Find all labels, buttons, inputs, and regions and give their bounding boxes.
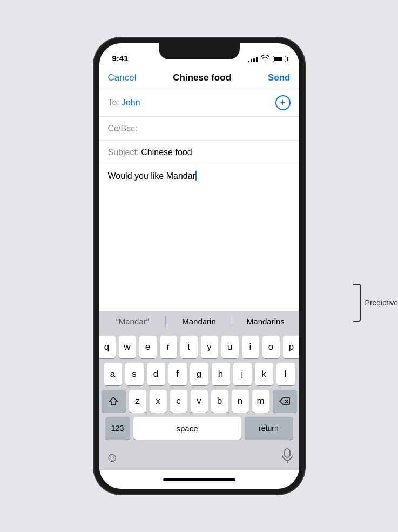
home-bar [163, 478, 235, 481]
cc-bcc-field-row[interactable]: Cc/Bcc: [99, 117, 299, 141]
home-indicator [99, 470, 299, 489]
predictive-item-1[interactable]: Mandarin [166, 311, 232, 331]
svg-rect-0 [285, 449, 290, 457]
emoji-button[interactable]: ☺ [106, 450, 119, 465]
status-time: 9:41 [112, 54, 129, 63]
return-key[interactable]: return [245, 417, 293, 440]
predictive-bar: "Mandar" Mandarin Mandarins [99, 311, 299, 331]
key-s[interactable]: s [125, 363, 144, 385]
keyboard: q w e r t y u i o p a s [99, 331, 299, 446]
phone-frame: 9:41 [94, 38, 305, 494]
predictive-item-0[interactable]: "Mandar" [99, 311, 166, 331]
mail-composer: Cancel Chinese food Send To: John + Cc/B… [99, 67, 299, 470]
keyboard-row-2: a s d f g h j k l [102, 363, 297, 385]
keyboard-row-4: 123 space return [102, 417, 297, 440]
key-l[interactable]: l [276, 363, 295, 385]
body-text: Would you like Mandar [108, 171, 195, 181]
subject-field-row[interactable]: Subject: Chinese food [99, 141, 299, 164]
key-m[interactable]: m [252, 390, 269, 413]
key-a[interactable]: a [104, 363, 122, 385]
to-label: To: [108, 98, 119, 108]
numbers-key[interactable]: 123 [105, 417, 130, 440]
predictive-item-2[interactable]: Mandarins [232, 311, 299, 331]
status-icons [248, 55, 286, 63]
key-n[interactable]: n [232, 390, 249, 413]
email-subject-title: Chinese food [173, 72, 231, 83]
key-t[interactable]: t [180, 336, 198, 358]
keyboard-row-1: q w e r t y u i o p [102, 336, 297, 358]
cc-bcc-label: Cc/Bcc: [108, 124, 138, 134]
key-i[interactable]: i [242, 336, 259, 358]
key-w[interactable]: w [119, 336, 136, 358]
key-e[interactable]: e [139, 336, 157, 358]
add-recipient-button[interactable]: + [275, 95, 291, 110]
key-o[interactable]: o [262, 336, 280, 358]
shift-key[interactable] [102, 390, 126, 413]
key-x[interactable]: x [150, 390, 167, 413]
to-value: John [122, 98, 275, 108]
key-k[interactable]: k [255, 363, 273, 385]
battery-fill [274, 57, 283, 61]
keyboard-row-3: z x c v b n m [102, 390, 297, 413]
subject-label: Subject: [108, 148, 139, 157]
key-g[interactable]: g [190, 363, 208, 385]
predictive-text-section: "Mandar" Mandarin Mandarins [99, 311, 299, 331]
nav-bar: Cancel Chinese food Send [99, 67, 299, 89]
key-r[interactable]: r [160, 336, 177, 358]
key-y[interactable]: y [201, 336, 218, 358]
key-f[interactable]: f [168, 363, 187, 385]
mail-body[interactable]: Would you like Mandar [99, 164, 299, 311]
annotation-bracket [353, 284, 361, 322]
delete-key[interactable] [273, 390, 297, 413]
predictive-text-annotation: Predictive text [353, 284, 398, 322]
key-d[interactable]: d [147, 363, 165, 385]
microphone-button[interactable] [282, 448, 293, 466]
key-h[interactable]: h [212, 363, 230, 385]
cancel-button[interactable]: Cancel [108, 72, 137, 83]
key-p[interactable]: p [283, 336, 299, 358]
key-b[interactable]: b [211, 390, 228, 413]
key-u[interactable]: u [221, 336, 239, 358]
phone-screen: 9:41 [99, 43, 299, 489]
keyboard-bottom-bar: ☺ [99, 446, 299, 470]
notch [159, 43, 240, 59]
text-cursor [195, 171, 197, 181]
send-button[interactable]: Send [268, 72, 291, 83]
key-v[interactable]: v [191, 390, 208, 413]
battery-icon [273, 56, 286, 62]
annotation-label: Predictive text [365, 298, 398, 307]
signal-icon [248, 56, 258, 62]
key-z[interactable]: z [129, 390, 146, 413]
space-key[interactable]: space [133, 417, 241, 440]
to-field-row[interactable]: To: John + [99, 89, 299, 117]
wifi-icon [261, 55, 269, 63]
key-c[interactable]: c [170, 390, 187, 413]
key-q[interactable]: q [99, 336, 116, 358]
key-j[interactable]: j [233, 363, 252, 385]
subject-value: Chinese food [141, 148, 192, 157]
